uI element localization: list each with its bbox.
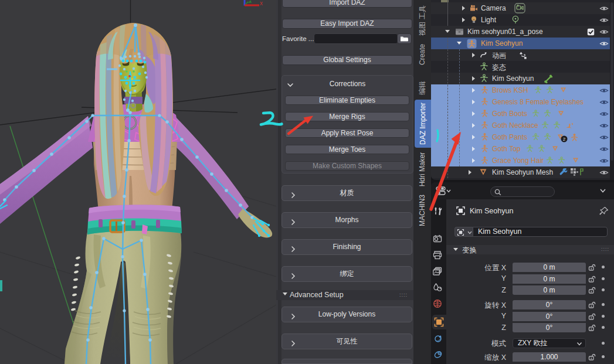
svg-text:2: 2: [563, 137, 566, 142]
svg-text:x: x: [260, 0, 263, 6]
